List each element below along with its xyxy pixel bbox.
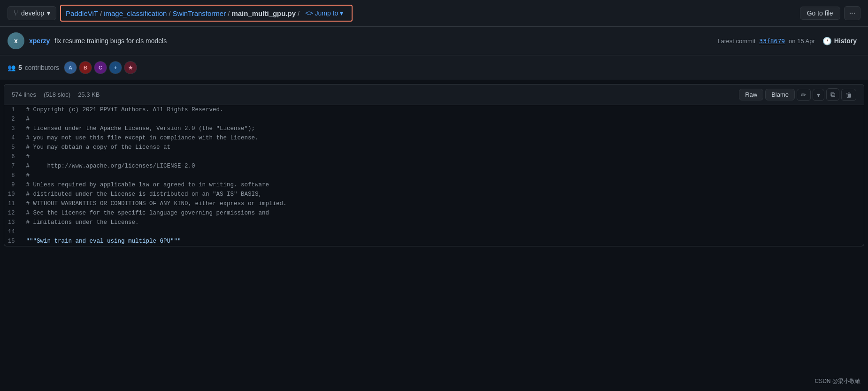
contributor-avatar-2[interactable]: B <box>79 61 92 74</box>
separator-3: / <box>228 9 230 17</box>
table-row: 5# You may obtain a copy of the License … <box>4 143 864 152</box>
commit-author-link[interactable]: xperzy <box>29 37 50 45</box>
table-row: 13# limitations under the License. <box>4 218 864 227</box>
line-number[interactable]: 10 <box>4 190 22 199</box>
file-size: 25.3 KB <box>78 91 100 98</box>
line-code: # Licensed under the Apache License, Ver… <box>22 124 864 133</box>
breadcrumb-current-file: main_multi_gpu.py <box>231 9 296 17</box>
contributors-text: contributors <box>25 64 59 71</box>
table-row: 9# Unless required by applicable law or … <box>4 180 864 190</box>
contributor-avatar-3[interactable]: C <box>94 61 107 74</box>
table-row: 11# WITHOUT WARRANTIES OR CONDITIONS OF … <box>4 199 864 208</box>
avatar[interactable]: x <box>8 32 24 49</box>
table-row: 10# distributed under the License is dis… <box>4 190 864 199</box>
separator-4: / <box>298 9 300 17</box>
line-number[interactable]: 9 <box>4 180 22 190</box>
table-row: 8# <box>4 171 864 180</box>
file-lines: 574 lines <box>12 91 36 98</box>
edit-dropdown-button[interactable]: ▾ <box>813 89 824 101</box>
table-row: 15"""Swin train and eval using multiple … <box>4 237 864 246</box>
line-number[interactable]: 13 <box>4 218 22 227</box>
branch-label: develop <box>21 9 44 17</box>
code-table: 1# Copyright (c) 2021 PPViT Authors. All… <box>4 105 864 246</box>
line-number[interactable]: 3 <box>4 124 22 133</box>
breadcrumb-swintransformer[interactable]: SwinTransformer <box>173 9 226 17</box>
line-code: # Unless required by applicable law or a… <box>22 180 864 190</box>
line-code: # <box>22 115 864 124</box>
table-row: 7# http://www.apache.org/licenses/LICENS… <box>4 161 864 171</box>
line-code: # <box>22 171 864 180</box>
table-row: 3# Licensed under the Apache License, Ve… <box>4 124 864 133</box>
line-code: """Swin train and eval using multiple GP… <box>22 237 864 246</box>
contributors-label: 👥 5 contributors <box>8 64 59 71</box>
line-number[interactable]: 8 <box>4 171 22 180</box>
history-label: History <box>834 37 857 45</box>
file-actions: Raw Blame ✏ ▾ ⧉ 🗑 <box>739 88 856 101</box>
jump-to-button[interactable]: <> Jump to ▾ <box>301 8 347 19</box>
commit-right: Latest commit 33f8679 on 15 Apr 🕐 Histor… <box>717 35 860 47</box>
breadcrumb-left: ⑂ develop ▾ PaddleViT / image_classifica… <box>8 5 353 22</box>
separator-2: / <box>169 9 170 17</box>
jump-chevron-icon: ▾ <box>340 9 343 17</box>
commit-date: on 15 Apr <box>789 38 815 45</box>
breadcrumb-image-classification[interactable]: image_classification <box>104 9 167 17</box>
table-row: 4# you may not use this file except in c… <box>4 133 864 143</box>
blame-button[interactable]: Blame <box>765 89 795 100</box>
commit-left: x xperzy fix resume training bugs for cl… <box>8 32 167 49</box>
file-sloc: (518 sloc) <box>44 91 70 98</box>
branch-button[interactable]: ⑂ develop ▾ <box>8 6 56 20</box>
history-icon: 🕐 <box>822 37 832 46</box>
branch-icon: ⑂ <box>14 9 18 17</box>
line-number[interactable]: 6 <box>4 152 22 161</box>
more-options-button[interactable]: ··· <box>844 6 860 20</box>
line-number[interactable]: 12 <box>4 208 22 218</box>
separator-1: / <box>100 9 102 17</box>
contributor-avatar-1[interactable]: A <box>64 61 77 74</box>
raw-button[interactable]: Raw <box>739 89 763 100</box>
contributors-count: 5 <box>18 64 22 71</box>
commit-bar: x xperzy fix resume training bugs for cl… <box>0 27 868 55</box>
breadcrumb-bar: ⑂ develop ▾ PaddleViT / image_classifica… <box>0 0 868 27</box>
contributor-avatar-5[interactable]: ★ <box>124 61 137 74</box>
file-info-bar: 574 lines (518 sloc) 25.3 KB Raw Blame ✏… <box>4 84 864 105</box>
line-number[interactable]: 14 <box>4 227 22 237</box>
line-number[interactable]: 5 <box>4 143 22 152</box>
line-number[interactable]: 7 <box>4 161 22 171</box>
jump-to-label: <> Jump to <box>305 9 338 17</box>
history-button[interactable]: 🕐 History <box>819 35 860 47</box>
line-code: # <box>22 152 864 161</box>
commit-hash-link[interactable]: 33f8679 <box>759 38 785 45</box>
watermark: CSDN @梁小敬敬 <box>814 377 860 385</box>
contributor-avatar-4[interactable]: + <box>109 61 122 74</box>
line-number[interactable]: 2 <box>4 115 22 124</box>
breadcrumb-right: Go to file ··· <box>800 6 860 20</box>
line-number[interactable]: 4 <box>4 133 22 143</box>
line-number[interactable]: 15 <box>4 237 22 246</box>
latest-commit-label: Latest commit <box>717 38 755 45</box>
line-code: # Copyright (c) 2021 PPViT Authors. All … <box>22 105 864 115</box>
table-row: 6# <box>4 152 864 161</box>
table-row: 12# See the License for the specific lan… <box>4 208 864 218</box>
table-row: 2# <box>4 115 864 124</box>
table-row: 1# Copyright (c) 2021 PPViT Authors. All… <box>4 105 864 115</box>
line-number[interactable]: 1 <box>4 105 22 115</box>
copy-button[interactable]: ⧉ <box>826 88 839 101</box>
contributor-avatars: A B C + ★ <box>64 61 137 74</box>
breadcrumb-path: PaddleViT / image_classification / SwinT… <box>60 5 353 22</box>
line-code: # distributed under the License is distr… <box>22 190 864 199</box>
line-code: # You may obtain a copy of the License a… <box>22 143 864 152</box>
line-code: # See the License for the specific langu… <box>22 208 864 218</box>
line-code: # you may not use this file except in co… <box>22 133 864 143</box>
file-meta: 574 lines (518 sloc) 25.3 KB <box>12 91 100 98</box>
edit-button[interactable]: ✏ <box>797 89 811 101</box>
branch-chevron-icon: ▾ <box>47 9 50 17</box>
line-code: # limitations under the License. <box>22 218 864 227</box>
go-to-file-button[interactable]: Go to file <box>800 7 840 20</box>
line-number[interactable]: 11 <box>4 199 22 208</box>
line-code: # http://www.apache.org/licenses/LICENSE… <box>22 161 864 171</box>
delete-button[interactable]: 🗑 <box>841 89 856 101</box>
contributors-icon: 👥 <box>8 64 15 71</box>
breadcrumb-paddlevit[interactable]: PaddleViT <box>66 9 98 17</box>
line-code: # WITHOUT WARRANTIES OR CONDITIONS OF AN… <box>22 199 864 208</box>
commit-message: fix resume training bugs for cls models <box>54 37 167 45</box>
